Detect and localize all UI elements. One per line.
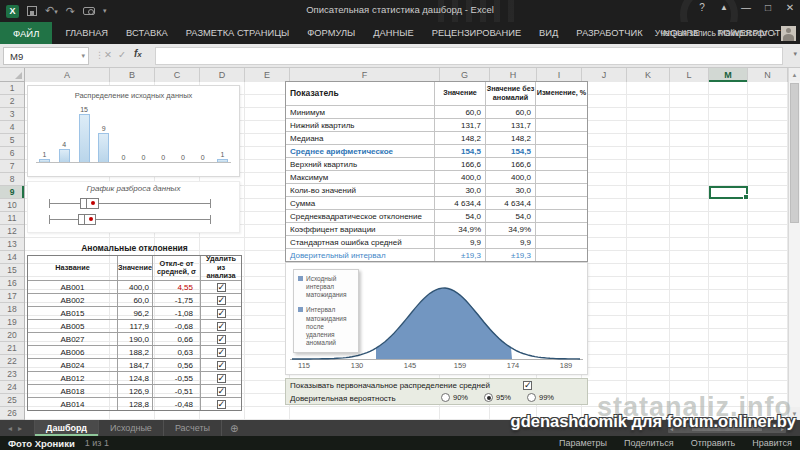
row-header-5[interactable]: 5 xyxy=(0,134,24,147)
column-header-E[interactable]: E xyxy=(245,68,290,82)
row-header-9[interactable]: 9 xyxy=(0,186,24,199)
cancel-formula-icon[interactable]: ✕ xyxy=(104,49,112,60)
selected-cell-m9[interactable] xyxy=(709,186,748,199)
row-header-21[interactable]: 21 xyxy=(0,342,24,355)
formula-bar-splitter[interactable]: ⋮ xyxy=(95,50,104,60)
row-header-24[interactable]: 24 xyxy=(0,381,24,394)
row-header-8[interactable]: 8 xyxy=(0,173,24,186)
row-header-10[interactable]: 10 xyxy=(0,199,24,212)
close-icon[interactable]: ✕ xyxy=(784,2,796,13)
ribbon-options-icon[interactable]: ▲ xyxy=(718,3,730,12)
column-header-H[interactable]: H xyxy=(490,68,537,82)
ribbon-tab[interactable]: ФОРМУЛЫ xyxy=(298,28,364,38)
column-header-N[interactable]: N xyxy=(748,68,788,82)
scroll-up-icon[interactable]: ▲ xyxy=(789,68,800,81)
scroll-down-icon[interactable]: ▼ xyxy=(789,407,800,420)
column-header-B[interactable]: B xyxy=(110,68,155,82)
save-icon[interactable] xyxy=(27,6,37,16)
row-header-2[interactable]: 2 xyxy=(0,95,24,108)
row-header-7[interactable]: 7 xyxy=(0,160,24,173)
remove-checkbox[interactable] xyxy=(217,348,226,357)
account-area[interactable]: Учетная запись Майкрософт ▾ xyxy=(655,22,796,44)
tab-file[interactable]: ФАЙЛ xyxy=(0,22,52,44)
remove-checkbox[interactable] xyxy=(217,387,226,396)
column-header-J[interactable]: J xyxy=(582,68,627,82)
horizontal-scrollbar[interactable]: ◂ ▸ xyxy=(668,423,786,433)
row-header-6[interactable]: 6 xyxy=(0,147,24,160)
ribbon-tab[interactable]: РЕЦЕНЗИРОВАНИЕ xyxy=(423,28,530,38)
select-all-corner[interactable] xyxy=(0,68,25,82)
row-header-12[interactable]: 12 xyxy=(0,225,24,238)
row-header-11[interactable]: 11 xyxy=(0,212,24,225)
formula-input[interactable] xyxy=(155,47,783,65)
column-header-F[interactable]: F xyxy=(290,68,440,82)
status-bar-button[interactable]: Параметры xyxy=(559,438,607,448)
ribbon-tab[interactable]: РАЗРАБОТЧИК xyxy=(567,28,651,38)
scroll-right-icon[interactable]: ▸ xyxy=(781,425,784,432)
column-header-L[interactable]: L xyxy=(670,68,709,82)
row-header-19[interactable]: 19 xyxy=(0,316,24,329)
minimize-icon[interactable]: — xyxy=(740,2,752,13)
row-header-15[interactable]: 15 xyxy=(0,264,24,277)
boxplot-chart[interactable]: График разброса данных xyxy=(27,181,240,233)
column-header-A[interactable]: A xyxy=(25,68,110,82)
ribbon-tab[interactable]: ДАННЫЕ xyxy=(364,28,422,38)
vertical-scrollbar[interactable]: ▲ ▼ xyxy=(788,68,800,420)
status-bar-button[interactable]: Поделиться xyxy=(624,438,674,448)
horizontal-scroll-thumb[interactable] xyxy=(692,425,762,431)
sheet-tab[interactable]: Дашборд xyxy=(34,420,99,436)
ribbon-tab[interactable]: ВСТАВКА xyxy=(117,28,177,38)
row-header-14[interactable]: 14 xyxy=(0,251,24,264)
sheet-tab[interactable]: Расчеты xyxy=(164,420,222,436)
add-sheet-icon[interactable]: ⊕ xyxy=(230,423,238,434)
undo-icon[interactable]: ↶▾ xyxy=(45,4,58,18)
remove-checkbox[interactable] xyxy=(217,400,226,409)
row-header-26[interactable]: 26 xyxy=(0,407,24,420)
row-header-13[interactable]: 13 xyxy=(0,238,24,251)
remove-checkbox[interactable] xyxy=(217,361,226,370)
remove-checkbox[interactable] xyxy=(217,335,226,344)
mean-distribution-chart[interactable]: Исходный интервал матожидания Интервал м… xyxy=(285,262,588,375)
name-box[interactable]: M9 ▾ xyxy=(3,47,89,65)
column-header-M[interactable]: M xyxy=(709,68,748,82)
row-header-20[interactable]: 20 xyxy=(0,329,24,342)
probability-radio-option[interactable]: 99% xyxy=(527,393,554,402)
status-bar-button[interactable]: Нравится xyxy=(752,438,792,448)
vertical-scroll-thumb[interactable] xyxy=(790,83,799,223)
enter-formula-icon[interactable]: ✓ xyxy=(118,49,126,60)
row-header-25[interactable]: 25 xyxy=(0,394,24,407)
column-header-I[interactable]: I xyxy=(537,68,582,82)
row-header-18[interactable]: 18 xyxy=(0,303,24,316)
column-header-D[interactable]: D xyxy=(200,68,245,82)
ribbon-tab[interactable]: ГЛАВНАЯ xyxy=(56,28,117,38)
remove-checkbox[interactable] xyxy=(217,374,226,383)
probability-radio-option[interactable]: 95% xyxy=(484,393,511,402)
restore-icon[interactable]: □ xyxy=(762,2,774,13)
remove-checkbox[interactable] xyxy=(217,309,226,318)
name-box-dropdown-icon[interactable]: ▾ xyxy=(81,52,85,60)
sheet-tab[interactable]: Исходные xyxy=(99,420,164,436)
show-distribution-checkbox[interactable] xyxy=(523,381,532,390)
camera-icon[interactable] xyxy=(83,7,95,15)
insert-function-icon[interactable]: fx xyxy=(134,48,142,59)
remove-checkbox[interactable] xyxy=(217,322,226,331)
row-header-16[interactable]: 16 xyxy=(0,277,24,290)
customize-qat-icon[interactable]: ▾ xyxy=(103,5,107,17)
help-icon[interactable]: ? xyxy=(696,2,708,13)
ribbon-tab[interactable]: ВИД xyxy=(530,28,567,38)
row-header-22[interactable]: 22 xyxy=(0,355,24,368)
status-bar-button[interactable]: Отправить xyxy=(691,438,736,448)
remove-checkbox[interactable] xyxy=(217,296,226,305)
scroll-left-icon[interactable]: ◂ xyxy=(670,425,673,432)
column-header-C[interactable]: C xyxy=(155,68,200,82)
column-header-G[interactable]: G xyxy=(440,68,490,82)
row-header-3[interactable]: 3 xyxy=(0,108,24,121)
redo-icon[interactable]: ↷ xyxy=(66,5,75,17)
column-header-K[interactable]: K xyxy=(627,68,670,82)
sheet-nav-arrows[interactable]: ◂▸ xyxy=(8,424,28,433)
ribbon-tab[interactable]: РАЗМЕТКА СТРАНИЦЫ xyxy=(177,28,298,38)
row-header-1[interactable]: 1 xyxy=(0,82,24,95)
distribution-chart[interactable]: Распределение исходных данных 1415900000… xyxy=(27,85,240,177)
remove-checkbox[interactable] xyxy=(217,283,226,292)
probability-radio-option[interactable]: 90% xyxy=(441,393,468,402)
